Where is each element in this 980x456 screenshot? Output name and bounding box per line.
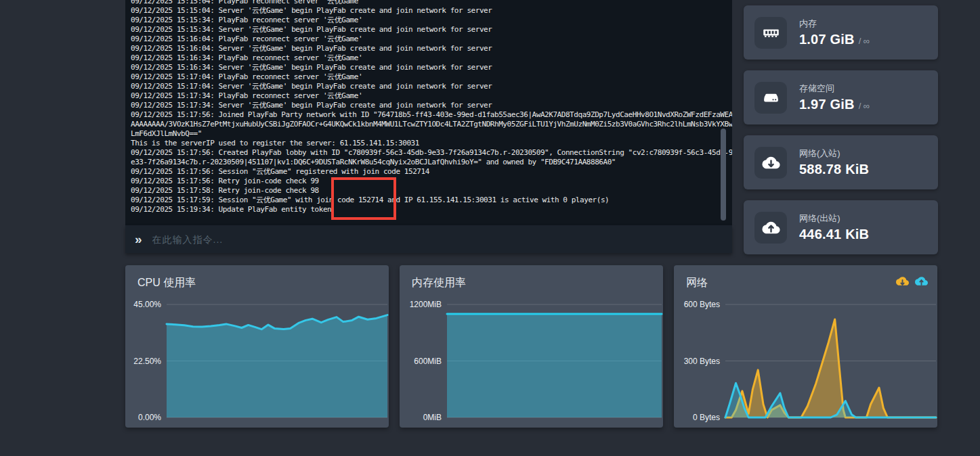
stat-card-network-outbound: 网络(出站) 446.41 KiB [744,200,938,254]
stat-value: 446.41 KiB [799,227,869,242]
cloud-upload-icon [754,212,787,244]
command-bar: » [125,225,732,253]
console-line: 09/12/2025 15:17:34: Server '云优Game' beg… [131,101,732,110]
console-panel: 09/12/2025 15:15:04: PlayFab reconnect s… [125,0,732,253]
cloud-download-icon [754,147,787,179]
svg-text:0 Bytes: 0 Bytes [693,413,720,422]
console-line: 09/12/2025 15:16:04: Server '云优Game' beg… [131,44,732,53]
console-output[interactable]: 09/12/2025 15:15:04: PlayFab reconnect s… [125,0,732,225]
console-line: 09/12/2025 15:16:04: PlayFab reconnect s… [131,35,732,44]
console-line: 09/12/2025 15:17:56: Created PlayFab lob… [131,148,732,158]
cpu-usage-chart-card: CPU 使用率 45.00%22.50%0.00% [125,265,389,428]
console-lines: 09/12/2025 15:15:04: PlayFab reconnect s… [131,0,732,214]
memory-usage-chart-card: 内存使用率 1200MiB600MiB0MiB [400,265,663,428]
console-line: 09/12/2025 15:17:56: Retry join-code che… [131,177,732,186]
stat-card-memory: 内存 1.07 GiB / ∞ [744,5,938,60]
svg-text:45.00%: 45.00% [133,300,161,309]
stat-value: 588.78 KiB [799,162,869,177]
annotation-box [331,177,396,220]
command-input[interactable] [151,233,723,246]
console-line: 09/12/2025 15:17:04: Server '云优Game' beg… [131,82,732,91]
console-line: LmF6dXJlLmNvbQ==" [131,129,732,139]
stat-label: 网络(入站) [799,147,869,160]
inbound-legend-cloud-download-icon[interactable] [896,275,909,288]
outbound-legend-cloud-upload-icon[interactable] [915,275,928,288]
svg-text:1200MiB: 1200MiB [410,300,442,309]
stats-sidebar: 内存 1.07 GiB / ∞ 存储空间 1.97 GiB [744,5,938,265]
console-line: 09/12/2025 15:15:04: PlayFab reconnect s… [131,0,732,6]
server-panel-page: 09/12/2025 15:15:04: PlayFab reconnect s… [0,0,980,456]
svg-text:300 Bytes: 300 Bytes [684,357,720,366]
stat-label: 网络(出站) [799,212,869,225]
disk-icon [754,82,787,114]
svg-text:0MiB: 0MiB [423,413,442,422]
network-chart-legend [896,275,928,288]
stat-label: 内存 [799,18,870,30]
memory-usage-chart: 1200MiB600MiB0MiB [400,298,663,426]
console-line: 09/12/2025 15:15:34: PlayFab reconnect s… [131,16,732,25]
chart-title: 内存使用率 [412,276,466,290]
console-line: 09/12/2025 15:17:59: Session "云优Game" wi… [131,196,732,205]
memory-icon [754,17,787,49]
svg-text:600 Bytes: 600 Bytes [684,300,720,309]
console-line: 09/12/2025 15:17:56: Session "云优Game" re… [131,167,732,177]
stat-value: 1.97 GiB [799,97,855,112]
network-chart-card: 网络 600 Bytes300 Bytes0 Bytes [674,265,937,428]
stat-limit: / ∞ [859,36,870,46]
console-line: AAAAAAAA/3VOzK1HsZ7ePtMtjxuHubUyCSBiJgZO… [131,120,732,129]
console-line: 09/12/2025 15:16:34: PlayFab reconnect s… [131,53,732,63]
console-line: This is the serverIP used to register th… [131,139,732,148]
console-line: 09/12/2025 15:16:34: Server '云优Game' beg… [131,63,732,72]
stat-card-network-inbound: 网络(入站) 588.78 KiB [744,135,938,189]
stat-value: 1.07 GiB [799,32,855,47]
stat-card-storage: 存储空间 1.97 GiB / ∞ [744,70,938,124]
console-line: 09/12/2025 15:17:34: PlayFab reconnect s… [131,91,732,101]
svg-text:0.00%: 0.00% [138,413,161,422]
console-line: 09/12/2025 15:19:34: Update PlayFab enti… [131,205,732,214]
stat-limit: / ∞ [859,101,870,111]
chart-title: CPU 使用率 [137,276,196,290]
svg-text:600MiB: 600MiB [414,357,442,366]
console-line: 09/12/2025 15:17:56: Joined PlayFab Part… [131,110,732,120]
console-line: 09/12/2025 15:15:34: Server '云优Game' beg… [131,25,732,35]
stat-label: 存储空间 [799,83,870,95]
console-line: 09/12/2025 15:15:04: Server '云优Game' beg… [131,6,732,16]
chart-title: 网络 [686,276,708,290]
prompt-chevrons-icon: » [135,233,142,246]
console-line: 09/12/2025 15:17:04: PlayFab reconnect s… [131,72,732,82]
network-chart: 600 Bytes300 Bytes0 Bytes [674,298,937,426]
svg-text:22.50%: 22.50% [133,357,161,366]
console-scrollbar[interactable] [721,129,726,221]
console-line: 09/12/2025 15:17:58: Retry join-code che… [131,186,732,196]
console-line: e33-7f26a9134c7b.r-20230509|451107|kv1:D… [131,158,732,167]
cpu-usage-chart: 45.00%22.50%0.00% [125,298,389,426]
